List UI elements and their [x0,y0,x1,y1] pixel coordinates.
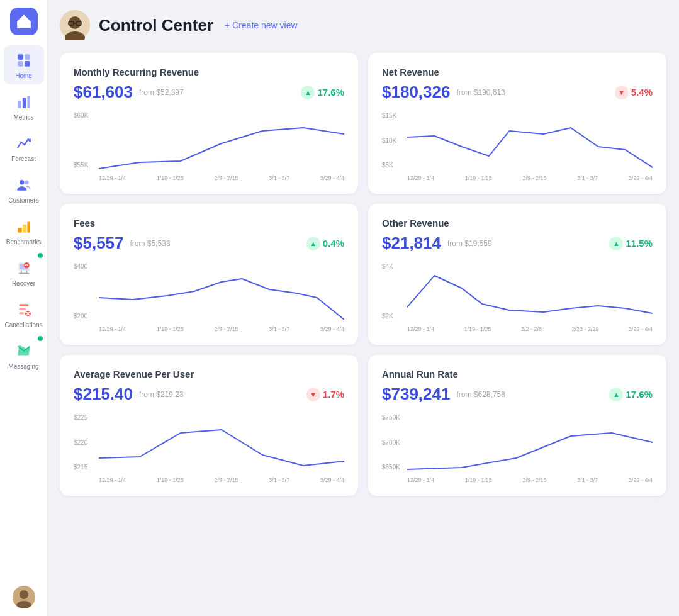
card-arpu-arrow: ▼ [306,388,320,401]
card-net-revenue-svg-wrap [407,112,653,169]
card-arpu-svg-wrap [99,414,344,471]
recover-icon [14,258,34,278]
card-net-revenue-x-labels: 12/29 - 1/4 1/19 - 1/25 2/9 - 2/15 3/1 -… [407,175,653,181]
card-arpu: Average Revenue Per User $215.40 from $2… [60,355,358,496]
svg-rect-1 [25,54,30,60]
card-mrr-badge: ▲ 17.6% [301,86,344,99]
card-arpu-x-labels: 12/29 - 1/4 1/19 - 1/25 2/9 - 2/15 3/1 -… [99,477,344,483]
card-mrr-pct: 17.6% [317,87,344,98]
card-arr-value-row: $739,241 from $628,758 ▲ 17.6% [382,384,653,404]
sidebar-item-forecast[interactable]: Forecast [4,128,44,167]
card-arpu-chart: $225 $220 $215 12/29 - 1/4 1/19 - 1/25 2… [74,414,344,483]
card-fees-value: $5,557 [74,233,124,253]
recover-notification-dot [38,253,43,258]
svg-rect-6 [27,96,30,108]
card-net-revenue-value-row: $180,326 from $190,613 ▼ 5.4% [382,82,653,102]
card-net-revenue-y-labels: $15K $10K $5K [382,112,396,169]
card-arpu-from: from $219.23 [139,390,184,399]
card-arpu-value: $215.40 [74,384,133,404]
card-fees-value-row: $5,557 from $5,533 ▲ 0.4% [74,233,344,253]
card-mrr-y-labels: $60K $55K [74,112,88,169]
card-arr-pct: 17.6% [626,389,653,400]
card-net-revenue-title: Net Revenue [382,67,653,77]
sidebar-messaging-label: Messaging [8,363,38,370]
cards-grid: Monthly Recurring Revenue $61,603 from $… [60,53,666,496]
sidebar-item-home[interactable]: Home [4,45,44,84]
svg-rect-17 [19,308,26,310]
card-arpu-value-row: $215.40 from $219.23 ▼ 1.7% [74,384,344,404]
card-mrr-value-row: $61,603 from $52,397 ▲ 17.6% [74,82,344,102]
sidebar: Home Metrics Forecast [0,0,47,616]
user-avatar[interactable] [13,586,35,608]
card-mrr-arrow: ▲ [301,86,315,99]
card-other-revenue-value: $21,814 [382,233,441,253]
sidebar-item-recover-wrap: Recover [4,253,44,292]
card-other-revenue-pct: 11.5% [626,238,653,249]
sidebar-item-metrics[interactable]: Metrics [4,87,44,126]
svg-point-8 [19,180,24,185]
card-arr-badge: ▲ 17.6% [609,388,653,401]
metrics-icon [14,92,34,112]
sidebar-recover-label: Recover [12,280,35,287]
page-title: Control Center [99,16,213,35]
header-avatar [60,10,90,40]
card-net-revenue-value: $180,326 [382,82,450,102]
svg-rect-3 [25,61,30,67]
sidebar-forecast-label: Forecast [11,155,36,162]
svg-rect-2 [18,61,23,67]
page-header: Control Center + Create new view [60,0,666,53]
card-arr-svg-wrap [407,414,653,471]
card-arr: Annual Run Rate $739,241 from $628,758 ▲… [368,355,666,496]
messaging-notification-dot [38,336,43,341]
card-fees-badge: ▲ 0.4% [306,237,344,250]
create-new-view-button[interactable]: + Create new view [225,20,298,30]
card-fees-y-labels: $400 $200 [74,263,87,320]
card-mrr-value: $61,603 [74,82,133,102]
card-other-revenue-chart: $4K $2K 12/29 - 1/4 1/19 - 1/25 2/2 - 2/… [382,263,653,332]
card-fees-pct: 0.4% [323,238,344,249]
sidebar-item-cancellations[interactable]: Cancellations [4,294,44,333]
card-fees-svg-wrap [99,263,344,320]
card-fees-title: Fees [74,218,344,228]
card-arpu-pct: 1.7% [323,389,344,400]
app-logo[interactable] [10,8,38,35]
card-arpu-y-labels: $225 $220 $215 [74,414,87,471]
card-fees-arrow: ▲ [306,237,320,250]
svg-rect-11 [22,225,26,233]
sidebar-item-customers[interactable]: Customers [4,170,44,209]
card-net-revenue-from: from $190,613 [456,88,505,97]
card-other-revenue-value-row: $21,814 from $19,559 ▲ 11.5% [382,233,653,253]
svg-rect-18 [19,312,24,314]
card-mrr: Monthly Recurring Revenue $61,603 from $… [60,53,358,194]
card-other-revenue-y-labels: $4K $2K [382,263,393,320]
card-arr-title: Annual Run Rate [382,369,653,379]
sidebar-item-recover[interactable]: Recover [4,253,44,292]
card-arr-from: from $628,758 [456,390,505,399]
svg-point-15 [24,262,30,268]
benchmarks-icon [14,216,34,237]
card-arr-value: $739,241 [382,384,450,404]
card-mrr-x-labels: 12/29 - 1/4 1/19 - 1/25 2/9 - 2/15 3/1 -… [99,175,344,181]
sidebar-home-label: Home [15,72,32,79]
sidebar-item-messaging[interactable]: Messaging [4,336,44,375]
messaging-icon [14,341,34,361]
sidebar-customers-label: Customers [8,197,38,204]
svg-rect-10 [18,228,22,233]
card-mrr-from: from $52,397 [139,88,184,97]
sidebar-item-messaging-wrap: Messaging [4,336,44,375]
card-fees: Fees $5,557 from $5,533 ▲ 0.4% $400 $200 [60,204,358,345]
svg-point-9 [25,180,29,184]
svg-rect-12 [27,221,30,232]
svg-rect-4 [18,101,21,108]
card-arr-arrow: ▲ [609,388,623,401]
svg-rect-0 [18,54,23,60]
sidebar-item-benchmarks[interactable]: Benchmarks [4,211,44,250]
card-net-revenue-chart: $15K $10K $5K [382,112,653,181]
card-other-revenue-title: Other Revenue [382,218,653,228]
sidebar-cancellations-label: Cancellations [4,322,42,328]
cancellations-icon [14,300,34,320]
svg-rect-16 [19,304,28,306]
card-fees-x-labels: 12/29 - 1/4 1/19 - 1/25 2/9 - 2/15 3/1 -… [99,326,344,332]
card-other-revenue: Other Revenue $21,814 from $19,559 ▲ 11.… [368,204,666,345]
home-icon [14,50,34,70]
